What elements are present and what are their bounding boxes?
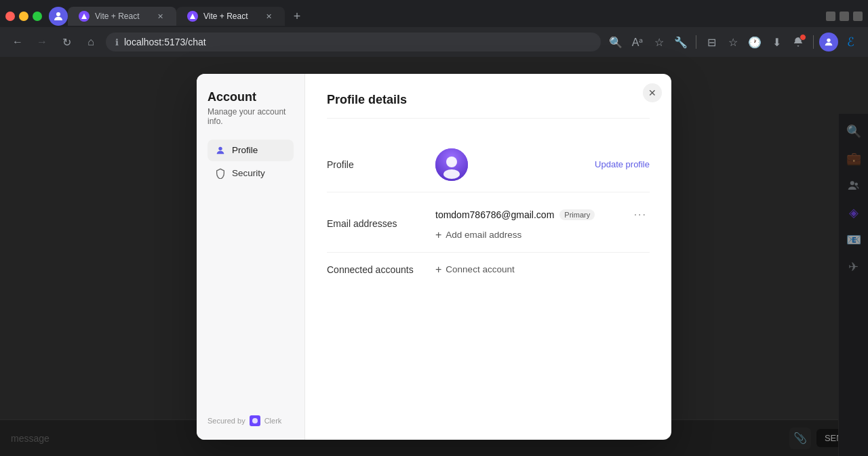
primary-badge: Primary (559, 209, 595, 220)
account-modal: Account Manage your account info. Profil… (197, 74, 671, 440)
email-more-button[interactable]: ··· (631, 206, 650, 224)
home-button[interactable]: ⌂ (81, 33, 100, 51)
security-nav-label: Security (232, 168, 265, 178)
modal-main-content: Profile details Profile (305, 74, 671, 440)
add-email-button[interactable]: + Add email address (435, 229, 650, 241)
close-btn[interactable] (853, 12, 863, 21)
download-icon[interactable]: ⬇ (767, 33, 786, 51)
svg-point-3 (827, 39, 830, 42)
browser-user-avatar[interactable] (49, 7, 68, 26)
split-view-icon[interactable]: ⊟ (702, 33, 721, 51)
tab-1-title: Vite + React (95, 12, 149, 21)
svg-point-7 (252, 418, 258, 423)
window-controls (5, 12, 42, 21)
modal-close-button[interactable]: ✕ (643, 83, 662, 102)
modal-sidebar-subtitle: Manage your account info. (208, 107, 294, 126)
email-section: Email addresses tomdom786786@gmail.com P… (327, 195, 650, 253)
toolbar-divider2 (813, 35, 814, 49)
clerk-badge: Secured by Clerk (208, 402, 281, 426)
browser-profile-icon[interactable] (819, 33, 838, 51)
browser-toolbar: ← → ↻ ⌂ ℹ localhost:5173/chat 🔍 Aᵃ ☆ 🔧 ⊟… (0, 27, 868, 57)
refresh-button[interactable]: ↻ (57, 33, 76, 51)
collections-icon[interactable]: ☆ (724, 33, 743, 51)
main-content: 📎 SEND ⚙ 🔍 💼 ◈ 📧 ✈ + Account Manage your… (0, 57, 868, 456)
win-right-controls (826, 12, 863, 21)
modal-nav: Profile Security (208, 140, 294, 184)
connect-account-label: Connect account (446, 264, 514, 274)
toolbar-divider (696, 35, 696, 49)
notification-icon[interactable] (789, 33, 808, 51)
clerk-label: Clerk (264, 417, 282, 425)
close-icon: ✕ (648, 87, 656, 98)
nav-item-profile[interactable]: Profile (208, 140, 294, 161)
modal-main-title: Profile details (327, 93, 650, 119)
email-info: tomdom786786@gmail.com Primary ··· + Add… (435, 206, 650, 241)
browser-chrome: Vite + React ✕ Vite + React ✕ + ← → ↻ ⌂ (0, 0, 868, 57)
title-bar: Vite + React ✕ Vite + React ✕ + (0, 0, 868, 27)
maximize-window-btn[interactable] (33, 12, 42, 21)
profile-section: Profile (327, 138, 650, 192)
extension-icon[interactable]: 🔧 (671, 33, 690, 51)
profile-nav-label: Profile (232, 145, 258, 155)
history-icon[interactable]: 🕐 (745, 33, 764, 51)
address-text: localhost:5173/chat (124, 37, 206, 47)
toolbar-icons: 🔍 Aᵃ ☆ 🔧 ⊟ ☆ 🕐 ⬇ ℰ (606, 33, 860, 51)
svg-point-10 (443, 169, 460, 179)
profile-section-content: Update profile (435, 148, 650, 181)
secured-by-text: Secured by (208, 417, 245, 425)
connect-account-button[interactable]: + Connect account (435, 264, 515, 276)
profile-nav-icon (214, 144, 226, 157)
edge-icon[interactable]: ℰ (841, 33, 860, 51)
svg-point-6 (218, 146, 222, 150)
security-nav-icon (214, 167, 226, 180)
back-button[interactable]: ← (8, 33, 27, 51)
connected-accounts-label: Connected accounts (327, 264, 435, 275)
address-bar[interactable]: ℹ localhost:5173/chat (106, 33, 601, 51)
nav-item-security[interactable]: Security (208, 163, 294, 184)
new-tab-button[interactable]: + (288, 7, 307, 26)
modal-overlay: Account Manage your account info. Profil… (0, 57, 868, 456)
tab-2-favicon (187, 11, 198, 22)
connect-icon: + (435, 264, 441, 276)
minimize-btn[interactable] (826, 12, 835, 21)
tab-2[interactable]: Vite + React ✕ (176, 7, 285, 26)
connected-accounts-section: Connected accounts + Connect account (327, 253, 650, 287)
tab-bar: Vite + React ✕ Vite + React ✕ + (68, 7, 821, 26)
tab-2-close[interactable]: ✕ (263, 11, 274, 22)
search-toolbar-icon[interactable]: 🔍 (606, 33, 625, 51)
email-text: tomdom786786@gmail.com (435, 209, 554, 220)
tab-2-title: Vite + React (203, 12, 258, 21)
translate-icon[interactable]: Aᵃ (628, 33, 647, 51)
email-address-row: tomdom786786@gmail.com Primary ··· (435, 206, 650, 224)
close-window-btn[interactable] (5, 12, 15, 21)
minimize-window-btn[interactable] (19, 12, 28, 21)
update-profile-button[interactable]: Update profile (595, 159, 650, 169)
svg-marker-2 (190, 14, 195, 19)
profile-section-label: Profile (327, 159, 435, 170)
tab-1[interactable]: Vite + React ✕ (68, 7, 176, 26)
info-icon: ℹ (115, 37, 119, 47)
add-email-label: Add email address (446, 230, 521, 240)
modal-sidebar: Account Manage your account info. Profil… (197, 74, 305, 440)
clerk-logo (250, 415, 260, 426)
tab-1-favicon (79, 11, 90, 22)
modal-sidebar-title: Account (208, 90, 294, 104)
svg-point-0 (56, 12, 60, 16)
favorites-icon[interactable]: ☆ (650, 33, 669, 51)
svg-marker-1 (81, 14, 87, 19)
user-avatar (435, 148, 468, 181)
restore-btn[interactable] (840, 12, 849, 21)
forward-button[interactable]: → (33, 33, 52, 51)
tab-1-close[interactable]: ✕ (155, 11, 165, 22)
add-email-icon: + (435, 229, 441, 241)
svg-point-9 (446, 157, 457, 167)
email-section-label: Email addresses (327, 218, 435, 229)
